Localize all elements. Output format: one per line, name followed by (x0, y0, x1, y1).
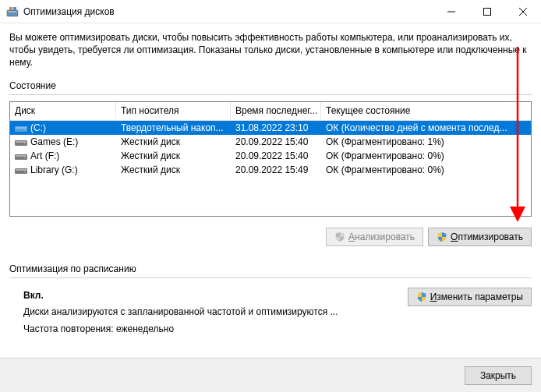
divider (9, 277, 532, 278)
bottom-bar: Закрыть (0, 358, 541, 392)
last-run: 20.09.2022 15:49 (231, 164, 321, 175)
last-run: 20.09.2022 15:40 (231, 150, 321, 161)
schedule-title: Оптимизация по расписанию (9, 263, 532, 274)
last-run: 31.08.2022 23:10 (231, 122, 321, 133)
intro-text: Вы можете оптимизировать диски, чтобы по… (9, 31, 532, 69)
divider (9, 94, 532, 95)
svg-rect-12 (16, 141, 27, 143)
window-controls (433, 0, 541, 23)
svg-point-10 (24, 129, 26, 130)
table-row[interactable]: (C:)Твердотельный накоп...31.08.2022 23:… (10, 121, 531, 135)
svg-rect-1 (8, 11, 17, 12)
col-last[interactable]: Время последнег... (231, 102, 321, 119)
app-icon (6, 5, 19, 18)
svg-point-16 (24, 157, 26, 158)
svg-rect-15 (16, 155, 27, 157)
shield-icon (416, 291, 427, 302)
state-label: Состояние (9, 80, 532, 91)
disk-name: Art (F:) (30, 150, 59, 161)
media-type: Жесткий диск (116, 150, 231, 161)
shield-icon (334, 231, 345, 242)
svg-rect-2 (9, 7, 12, 10)
media-type: Жесткий диск (116, 164, 231, 175)
window-title: Оптимизация дисков (23, 6, 433, 17)
col-media[interactable]: Тип носителя (116, 102, 231, 119)
minimize-button[interactable] (433, 0, 469, 23)
media-type: Твердотельный накоп... (116, 122, 231, 133)
current-state: ОК (Количество дней с момента послед... (321, 122, 531, 133)
change-label: зменить параметры (437, 291, 523, 302)
svg-point-19 (24, 171, 26, 172)
shield-icon (437, 231, 447, 242)
disk-name: Games (E:) (30, 136, 78, 147)
close-window-button[interactable]: Закрыть (465, 366, 532, 385)
table-body: (C:)Твердотельный накоп...31.08.2022 23:… (10, 121, 531, 177)
svg-rect-18 (16, 169, 27, 171)
drive-icon (15, 123, 27, 132)
drive-icon (15, 137, 27, 147)
media-type: Жесткий диск (116, 136, 231, 147)
disk-name: Library (G:) (30, 164, 78, 175)
col-disk[interactable]: Диск (10, 102, 116, 119)
maximize-button[interactable] (469, 0, 505, 23)
svg-rect-3 (13, 7, 16, 10)
drive-icon (15, 165, 27, 175)
current-state: ОК (Фрагментировано: 1%) (321, 136, 531, 147)
titlebar: Оптимизация дисков (0, 0, 541, 23)
optimize-label: птимизировать (458, 231, 523, 242)
change-settings-button[interactable]: Изменить параметры (408, 288, 532, 306)
svg-point-13 (24, 143, 26, 144)
close-button[interactable] (505, 0, 541, 23)
last-run: 20.09.2022 15:40 (231, 136, 321, 147)
drives-table: Диск Тип носителя Время последнег... Тек… (9, 101, 532, 217)
current-state: ОК (Фрагментировано: 0%) (321, 164, 531, 175)
analyze-label-u: А (348, 231, 355, 242)
table-row[interactable]: Games (E:)Жесткий диск20.09.2022 15:40ОК… (10, 135, 531, 149)
disk-name: (C:) (30, 122, 46, 133)
schedule-line2: Частота повторения: еженедельно (23, 321, 338, 338)
schedule-line1: Диски анализируются с запланированной ча… (23, 304, 338, 321)
svg-rect-9 (16, 127, 27, 129)
table-row[interactable]: Library (G:)Жесткий диск20.09.2022 15:49… (10, 163, 531, 177)
table-row[interactable]: Art (F:)Жесткий диск20.09.2022 15:40ОК (… (10, 149, 531, 163)
optimize-button[interactable]: Оптимизировать (428, 228, 532, 246)
current-state: ОК (Фрагментировано: 0%) (321, 150, 531, 161)
analyze-button: Анализировать (326, 228, 423, 246)
schedule-on: Вкл. (23, 288, 338, 305)
svg-rect-5 (484, 8, 491, 15)
drive-icon (15, 151, 27, 161)
table-header[interactable]: Диск Тип носителя Время последнег... Тек… (10, 102, 531, 121)
col-state[interactable]: Текущее состояние (321, 102, 531, 119)
analyze-label: нализировать (355, 231, 415, 242)
